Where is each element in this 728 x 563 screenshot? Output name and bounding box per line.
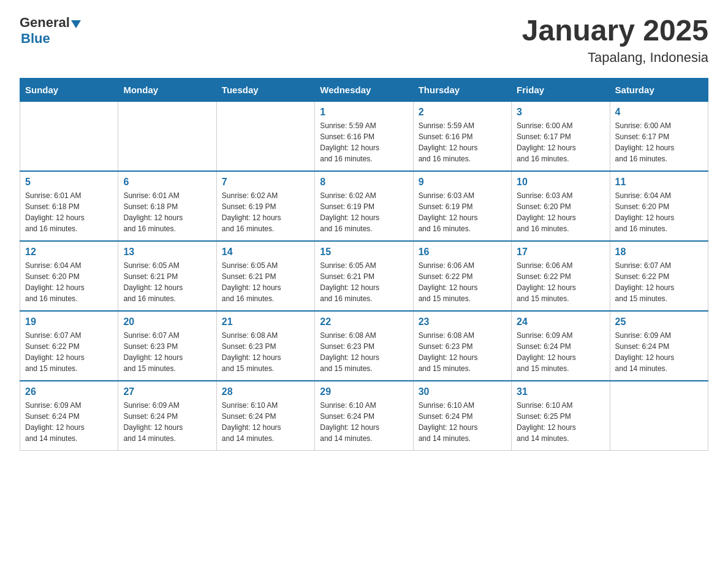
day-of-week-header: Sunday <box>20 78 118 101</box>
calendar-day-cell: 21Sunrise: 6:08 AM Sunset: 6:23 PM Dayli… <box>216 311 314 381</box>
calendar-title-block: January 2025 Tapalang, Indonesia <box>522 15 708 66</box>
day-info: Sunrise: 6:10 AM Sunset: 6:24 PM Dayligh… <box>320 400 408 444</box>
day-info: Sunrise: 6:09 AM Sunset: 6:24 PM Dayligh… <box>517 330 604 374</box>
calendar-day-cell: 12Sunrise: 6:04 AM Sunset: 6:20 PM Dayli… <box>20 241 118 311</box>
day-info: Sunrise: 6:09 AM Sunset: 6:24 PM Dayligh… <box>25 400 113 444</box>
day-number: 6 <box>123 177 211 188</box>
day-info: Sunrise: 6:07 AM Sunset: 6:23 PM Dayligh… <box>123 330 211 374</box>
day-number: 12 <box>25 247 113 258</box>
day-info: Sunrise: 6:06 AM Sunset: 6:22 PM Dayligh… <box>419 260 506 304</box>
day-of-week-header: Friday <box>512 78 610 101</box>
day-info: Sunrise: 6:10 AM Sunset: 6:25 PM Dayligh… <box>517 400 604 444</box>
day-info: Sunrise: 6:09 AM Sunset: 6:24 PM Dayligh… <box>123 400 211 444</box>
day-of-week-header: Monday <box>118 78 216 101</box>
day-info: Sunrise: 6:05 AM Sunset: 6:21 PM Dayligh… <box>320 260 408 304</box>
day-number: 22 <box>320 316 408 327</box>
day-info: Sunrise: 6:04 AM Sunset: 6:20 PM Dayligh… <box>25 260 113 304</box>
day-info: Sunrise: 6:10 AM Sunset: 6:24 PM Dayligh… <box>419 400 506 444</box>
calendar-day-cell: 27Sunrise: 6:09 AM Sunset: 6:24 PM Dayli… <box>118 381 216 451</box>
day-number: 26 <box>25 386 113 397</box>
calendar-day-cell: 9Sunrise: 6:03 AM Sunset: 6:19 PM Daylig… <box>413 171 511 241</box>
logo: General Blue <box>20 15 81 47</box>
day-number: 30 <box>419 386 506 397</box>
day-number: 14 <box>222 247 309 258</box>
calendar-day-cell <box>216 101 314 171</box>
calendar-day-cell: 25Sunrise: 6:09 AM Sunset: 6:24 PM Dayli… <box>610 311 708 381</box>
day-info: Sunrise: 6:07 AM Sunset: 6:22 PM Dayligh… <box>25 330 113 374</box>
day-info: Sunrise: 6:03 AM Sunset: 6:20 PM Dayligh… <box>517 190 604 234</box>
day-number: 27 <box>123 386 211 397</box>
day-number: 9 <box>419 177 506 188</box>
day-number: 24 <box>517 316 604 327</box>
calendar-day-cell: 28Sunrise: 6:10 AM Sunset: 6:24 PM Dayli… <box>216 381 314 451</box>
day-number: 31 <box>517 386 604 397</box>
day-number: 15 <box>320 247 408 258</box>
calendar-day-cell: 8Sunrise: 6:02 AM Sunset: 6:19 PM Daylig… <box>315 171 413 241</box>
calendar-subtitle: Tapalang, Indonesia <box>522 50 708 66</box>
day-info: Sunrise: 6:02 AM Sunset: 6:19 PM Dayligh… <box>320 190 408 234</box>
day-of-week-header: Saturday <box>610 78 708 101</box>
day-info: Sunrise: 6:02 AM Sunset: 6:19 PM Dayligh… <box>222 190 309 234</box>
logo-general-text: General <box>20 15 70 31</box>
day-info: Sunrise: 6:08 AM Sunset: 6:23 PM Dayligh… <box>222 330 309 374</box>
day-number: 3 <box>517 107 604 118</box>
calendar-day-cell: 11Sunrise: 6:04 AM Sunset: 6:20 PM Dayli… <box>610 171 708 241</box>
calendar-week-row: 26Sunrise: 6:09 AM Sunset: 6:24 PM Dayli… <box>20 381 708 451</box>
day-number: 25 <box>615 316 703 327</box>
day-info: Sunrise: 6:04 AM Sunset: 6:20 PM Dayligh… <box>615 190 703 234</box>
calendar-day-cell <box>20 101 118 171</box>
calendar-day-cell: 14Sunrise: 6:05 AM Sunset: 6:21 PM Dayli… <box>216 241 314 311</box>
day-info: Sunrise: 5:59 AM Sunset: 6:16 PM Dayligh… <box>320 120 408 164</box>
calendar-day-cell: 19Sunrise: 6:07 AM Sunset: 6:22 PM Dayli… <box>20 311 118 381</box>
calendar-day-cell: 20Sunrise: 6:07 AM Sunset: 6:23 PM Dayli… <box>118 311 216 381</box>
day-info: Sunrise: 6:08 AM Sunset: 6:23 PM Dayligh… <box>320 330 408 374</box>
logo-arrow-icon <box>71 20 81 28</box>
day-info: Sunrise: 6:08 AM Sunset: 6:23 PM Dayligh… <box>419 330 506 374</box>
calendar-week-row: 19Sunrise: 6:07 AM Sunset: 6:22 PM Dayli… <box>20 311 708 381</box>
day-number: 20 <box>123 316 211 327</box>
day-info: Sunrise: 5:59 AM Sunset: 6:16 PM Dayligh… <box>419 120 506 164</box>
day-number: 1 <box>320 107 408 118</box>
calendar-day-cell: 18Sunrise: 6:07 AM Sunset: 6:22 PM Dayli… <box>610 241 708 311</box>
day-number: 8 <box>320 177 408 188</box>
logo-blue-text: Blue <box>21 31 50 46</box>
day-number: 17 <box>517 247 604 258</box>
day-info: Sunrise: 6:07 AM Sunset: 6:22 PM Dayligh… <box>615 260 703 304</box>
calendar-day-cell: 16Sunrise: 6:06 AM Sunset: 6:22 PM Dayli… <box>413 241 511 311</box>
calendar-day-cell: 6Sunrise: 6:01 AM Sunset: 6:18 PM Daylig… <box>118 171 216 241</box>
day-info: Sunrise: 6:10 AM Sunset: 6:24 PM Dayligh… <box>222 400 309 444</box>
day-number: 21 <box>222 316 309 327</box>
calendar-day-cell: 15Sunrise: 6:05 AM Sunset: 6:21 PM Dayli… <box>315 241 413 311</box>
day-info: Sunrise: 6:01 AM Sunset: 6:18 PM Dayligh… <box>25 190 113 234</box>
calendar-title: January 2025 <box>522 15 708 47</box>
day-of-week-header: Wednesday <box>315 78 413 101</box>
calendar-day-cell: 7Sunrise: 6:02 AM Sunset: 6:19 PM Daylig… <box>216 171 314 241</box>
calendar-day-cell: 31Sunrise: 6:10 AM Sunset: 6:25 PM Dayli… <box>512 381 610 451</box>
calendar-header: SundayMondayTuesdayWednesdayThursdayFrid… <box>20 78 708 101</box>
day-number: 13 <box>123 247 211 258</box>
day-number: 7 <box>222 177 309 188</box>
calendar-week-row: 1Sunrise: 5:59 AM Sunset: 6:16 PM Daylig… <box>20 101 708 171</box>
day-info: Sunrise: 6:00 AM Sunset: 6:17 PM Dayligh… <box>517 120 604 164</box>
calendar-day-cell: 17Sunrise: 6:06 AM Sunset: 6:22 PM Dayli… <box>512 241 610 311</box>
calendar-day-cell: 13Sunrise: 6:05 AM Sunset: 6:21 PM Dayli… <box>118 241 216 311</box>
day-number: 23 <box>419 316 506 327</box>
day-number: 16 <box>419 247 506 258</box>
day-number: 2 <box>419 107 506 118</box>
calendar-day-cell: 22Sunrise: 6:08 AM Sunset: 6:23 PM Dayli… <box>315 311 413 381</box>
day-number: 18 <box>615 247 703 258</box>
calendar-day-cell: 24Sunrise: 6:09 AM Sunset: 6:24 PM Dayli… <box>512 311 610 381</box>
calendar-day-cell: 30Sunrise: 6:10 AM Sunset: 6:24 PM Dayli… <box>413 381 511 451</box>
calendar-day-cell <box>118 101 216 171</box>
calendar-day-cell: 5Sunrise: 6:01 AM Sunset: 6:18 PM Daylig… <box>20 171 118 241</box>
calendar-day-cell: 2Sunrise: 5:59 AM Sunset: 6:16 PM Daylig… <box>413 101 511 171</box>
calendar-day-cell <box>610 381 708 451</box>
page-header: General Blue January 2025 Tapalang, Indo… <box>20 15 708 66</box>
day-info: Sunrise: 6:05 AM Sunset: 6:21 PM Dayligh… <box>123 260 211 304</box>
day-info: Sunrise: 6:00 AM Sunset: 6:17 PM Dayligh… <box>615 120 703 164</box>
day-number: 11 <box>615 177 703 188</box>
calendar-week-row: 12Sunrise: 6:04 AM Sunset: 6:20 PM Dayli… <box>20 241 708 311</box>
calendar-day-cell: 10Sunrise: 6:03 AM Sunset: 6:20 PM Dayli… <box>512 171 610 241</box>
day-info: Sunrise: 6:01 AM Sunset: 6:18 PM Dayligh… <box>123 190 211 234</box>
day-number: 10 <box>517 177 604 188</box>
